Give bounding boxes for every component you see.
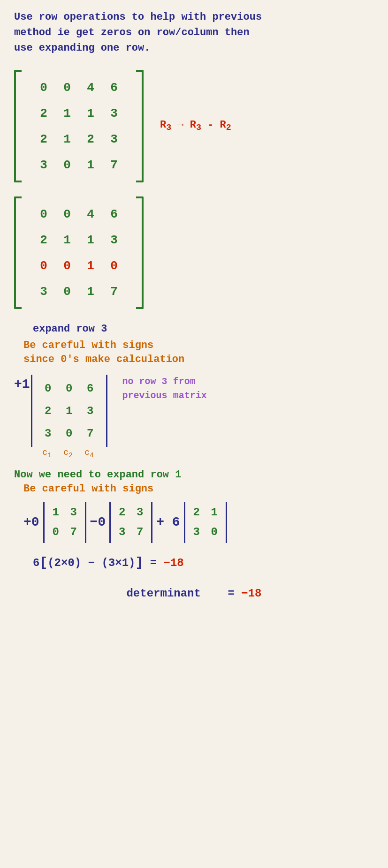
md2-r2c1: 3 [113, 522, 131, 542]
mini-det-1: 1 3 0 7 [43, 502, 86, 543]
m2-r1c4: 6 [102, 201, 126, 227]
mini-det-3-grid: 2 1 3 0 [185, 502, 226, 543]
bracket-right-1 [136, 70, 144, 182]
m2-r3c3: 1 [79, 253, 102, 279]
m2-r1c3: 4 [79, 201, 102, 227]
md2-r1c1: 2 [113, 503, 131, 522]
calc-line: 6[(2×0) − (3×1)] = −18 [33, 552, 374, 574]
bracket-left-2 [14, 196, 22, 309]
sign-plus0: +0 [23, 515, 39, 529]
m1-r3c3: 2 [79, 126, 102, 152]
col-label-c2: c2 [58, 448, 79, 460]
dm-r1c1: 0 [38, 377, 59, 400]
dm-r1c3: 6 [80, 377, 101, 400]
row-op-label: R3 → R3 - R2 [160, 119, 231, 133]
dm-r1c2: 0 [59, 377, 80, 400]
m1-r2c3: 1 [79, 100, 102, 126]
md3-r2c2: 0 [205, 522, 223, 542]
bracket-left-1 [14, 70, 22, 182]
m1-r1c3: 4 [79, 75, 102, 100]
det-bracket-right [106, 375, 107, 447]
mini-det-2: 2 3 3 7 [109, 502, 152, 543]
m1-r3c1: 2 [32, 126, 55, 152]
m1-r1c2: 0 [55, 75, 79, 100]
expand-row1-section: Now we need to expand row 1 Be careful w… [14, 469, 374, 495]
dm-r2c1: 2 [38, 400, 59, 422]
det-minor-matrix-wrap: 0 0 6 2 1 3 3 0 7 [30, 375, 108, 447]
m1-r2c2: 1 [55, 100, 79, 126]
m1-r4c2: 0 [55, 152, 79, 178]
expand-row3-label: expand row 3 [33, 323, 374, 335]
md1-r1c1: 1 [47, 503, 65, 522]
m1-r4c1: 3 [32, 152, 55, 178]
md1-r2c2: 7 [65, 522, 83, 542]
dm-r2c3: 3 [80, 400, 101, 422]
note-text: no row 3 fromprevious matrix [122, 375, 207, 403]
dm-r2c2: 1 [59, 400, 80, 422]
intro-text: Use row operations to help with previous… [14, 9, 374, 56]
matrix2-section: 0 0 4 6 2 1 1 3 0 0 1 0 3 0 1 7 [14, 196, 374, 309]
mini-br-3 [226, 502, 227, 543]
bracket-right-2 [136, 196, 144, 309]
m1-r3c2: 1 [55, 126, 79, 152]
matrix1-container: 0 0 4 6 2 1 1 3 2 1 2 3 3 0 1 7 [14, 70, 144, 182]
calc-section: 6[(2×0) − (3×1)] = −18 [33, 552, 374, 574]
m2-r2c4: 3 [102, 227, 126, 253]
det-minor-section: +1 0 0 6 2 1 3 3 0 7 c1 c2 [14, 375, 374, 460]
matrix2-container: 0 0 4 6 2 1 1 3 0 0 1 0 3 0 1 7 [14, 196, 144, 309]
m1-r4c3: 1 [79, 152, 102, 178]
m2-r2c3: 1 [79, 227, 102, 253]
matrix1: 0 0 4 6 2 1 1 3 2 1 2 3 3 0 1 7 [22, 70, 136, 182]
md3-r2c1: 3 [188, 522, 205, 542]
sign-plus6: + 6 [156, 515, 180, 529]
determinant-value: −18 [241, 587, 261, 600]
matrix1-section: 0 0 4 6 2 1 1 3 2 1 2 3 3 0 1 7 R3 → R3 … [14, 70, 374, 182]
m2-r1c1: 0 [32, 201, 55, 227]
md3-r1c1: 2 [188, 503, 205, 522]
m2-r3c4: 0 [102, 253, 126, 279]
m2-r4c1: 3 [32, 279, 55, 304]
dm-r3c1: 3 [38, 422, 59, 445]
m1-r1c4: 6 [102, 75, 126, 100]
col-label-c1: c1 [37, 448, 58, 460]
m1-r2c1: 2 [32, 100, 55, 126]
mini-det-1-grid: 1 3 0 7 [45, 502, 85, 543]
m1-r3c4: 3 [102, 126, 126, 152]
det-minor-matrix: 0 0 6 2 1 3 3 0 7 [33, 375, 106, 447]
m2-r4c4: 7 [102, 279, 126, 304]
mini-br-1 [85, 502, 86, 543]
sign-minus0: −0 [90, 515, 106, 529]
mini-br-2 [151, 502, 152, 543]
m2-r3c1: 0 [32, 253, 55, 279]
dm-r3c2: 0 [59, 422, 80, 445]
result-text: determinant = −18 [14, 587, 374, 600]
col-label-c4: c4 [79, 448, 100, 460]
m2-r4c3: 1 [79, 279, 102, 304]
m1-r4c4: 7 [102, 152, 126, 178]
dm-r3c3: 7 [80, 422, 101, 445]
careful-calc-text: since 0's make calculation [23, 354, 374, 365]
m2-r4c2: 0 [55, 279, 79, 304]
now-expand-row1: Now we need to expand row 1 [14, 469, 374, 481]
mini-det-2-grid: 2 3 3 7 [111, 502, 151, 543]
m2-r3c2: 0 [55, 253, 79, 279]
md2-r2c2: 7 [131, 522, 149, 542]
md2-r1c2: 3 [131, 503, 149, 522]
careful-signs-row1: Be careful with signs [23, 483, 374, 495]
mini-det-3: 2 1 3 0 [184, 502, 227, 543]
matrix2: 0 0 4 6 2 1 1 3 0 0 1 0 3 0 1 7 [22, 196, 136, 309]
md1-r2c1: 0 [47, 522, 65, 542]
m2-r2c1: 2 [32, 227, 55, 253]
m2-r1c2: 0 [55, 201, 79, 227]
col-labels: c1 c2 c4 [30, 448, 100, 460]
det-section-inner: +1 0 0 6 2 1 3 3 0 7 c1 c2 [14, 375, 108, 460]
m1-r1c1: 0 [32, 75, 55, 100]
plus-one-sign: +1 [14, 377, 30, 392]
formula-row: +0 1 3 0 7 −0 2 3 3 7 + 6 2 1 3 0 [23, 502, 374, 543]
m1-r2c4: 3 [102, 100, 126, 126]
md3-r1c2: 1 [205, 503, 223, 522]
careful-signs-text: Be careful with signs [23, 340, 374, 351]
m2-r2c2: 1 [55, 227, 79, 253]
md1-r1c2: 3 [65, 503, 83, 522]
